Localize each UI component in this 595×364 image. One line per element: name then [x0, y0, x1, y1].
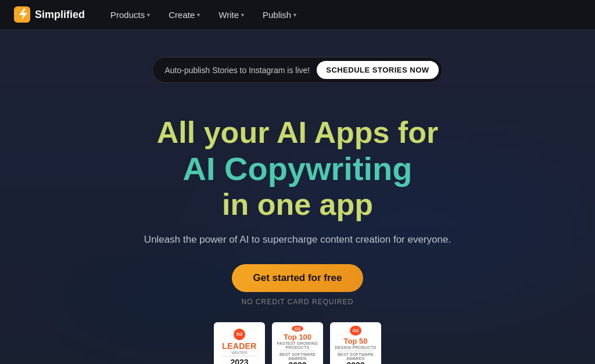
badge-year-label: 2023	[288, 361, 306, 364]
chevron-down-icon: ▾	[197, 12, 200, 18]
no-credit-card-label: NO CREDIT CARD REQUIRED	[242, 298, 354, 306]
main-content: Auto-publish Stories to Instagram is liv…	[0, 29, 595, 364]
awards-badges: G2 Leader WINTER 2023 G2 Top 100 Fastest…	[214, 322, 381, 364]
nav-menu: Products ▾ Create ▾ Write ▾ Publish ▾	[103, 6, 303, 23]
badge-divider	[280, 351, 315, 351]
badge-type-label: Leader	[222, 341, 256, 351]
hero-subheadline: Unleash the power of AI to supercharge c…	[144, 234, 451, 246]
announcement-banner: Auto-publish Stories to Instagram is liv…	[152, 57, 442, 83]
badge-sub-label: Design Products	[335, 345, 376, 349]
chevron-down-icon: ▾	[241, 12, 244, 18]
chevron-down-icon: ▾	[293, 12, 296, 18]
chevron-down-icon: ▾	[147, 12, 150, 18]
navigation: Simplified Products ▾ Create ▾ Write ▾ P…	[0, 0, 595, 29]
g2-logo-icon: G2	[350, 326, 361, 336]
g2-logo-icon: G2	[292, 326, 303, 331]
nav-item-publish[interactable]: Publish ▾	[256, 6, 303, 23]
brand-name: Simplified	[35, 9, 85, 21]
badge-divider	[338, 351, 373, 351]
badge-type-label: Top 50	[344, 337, 368, 345]
badge-top50: G2 Top 50 Design Products BEST SOFTWARE …	[330, 322, 381, 364]
nav-item-create[interactable]: Create ▾	[162, 6, 207, 23]
badge-year-label: 2023	[346, 361, 364, 364]
brand-logo-icon	[14, 6, 30, 23]
badge-award-label: BEST SOFTWARE AWARDS	[274, 352, 321, 361]
hero-line1: All your AI Apps for	[157, 116, 438, 150]
nav-item-write[interactable]: Write ▾	[212, 6, 251, 23]
badge-divider	[222, 356, 257, 356]
badge-year-label: 2023	[230, 358, 248, 364]
hero-line3: in one app	[157, 188, 438, 222]
announcement-cta-button[interactable]: SCHEDULE STORIES NOW	[317, 61, 438, 79]
get-started-button[interactable]: Get started for free	[232, 264, 363, 292]
badge-award-label: BEST SOFTWARE AWARDS	[332, 352, 379, 361]
brand-logo[interactable]: Simplified	[14, 6, 85, 23]
nav-item-products[interactable]: Products ▾	[103, 6, 157, 23]
badge-top100: G2 Top 100 Fastest Growing Products BEST…	[272, 322, 323, 364]
badge-season-label: WINTER	[231, 351, 248, 355]
badge-leader: G2 Leader WINTER 2023	[214, 322, 265, 364]
g2-logo-icon: G2	[234, 329, 245, 340]
hero-title: All your AI Apps for AI Copywriting in o…	[157, 116, 438, 222]
badge-type-label: Top 100	[284, 333, 311, 341]
badge-sub-label: Fastest Growing Products	[274, 341, 321, 349]
announcement-text: Auto-publish Stories to Instagram is liv…	[164, 66, 310, 75]
hero-line2: AI Copywriting	[157, 150, 438, 188]
